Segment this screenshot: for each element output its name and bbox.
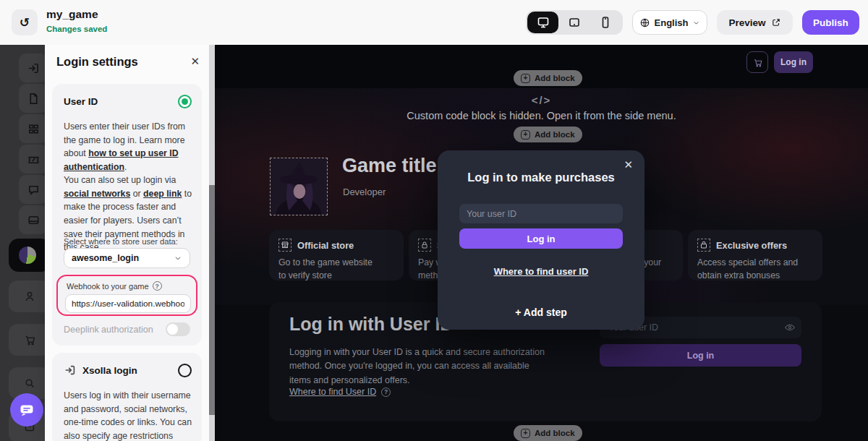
chat-fab-icon xyxy=(18,401,35,419)
user-id-description-1: Users enter their user IDs from the game… xyxy=(64,120,192,174)
preview-button[interactable]: Preview xyxy=(717,10,793,35)
add-block-button-mid[interactable]: + Add block xyxy=(514,127,582,142)
site-preview: Log in + Add block </> Custom code block… xyxy=(215,45,868,441)
deep-link-link[interactable]: deep link xyxy=(143,189,182,199)
eye-icon[interactable] xyxy=(784,322,796,333)
section-login-button[interactable]: Log in xyxy=(600,344,801,367)
plus-icon: + xyxy=(521,74,530,83)
add-block-button-bottom[interactable]: + Add block xyxy=(514,425,582,441)
workspace-card[interactable] xyxy=(9,239,45,272)
save-status: Changes saved xyxy=(46,25,107,33)
panel-title: Login settings xyxy=(56,55,138,69)
webhook-label-row: Webhook to your game ? xyxy=(67,281,162,291)
storage-select-value: awesome_login xyxy=(72,253,139,263)
sidebar-item-login[interactable] xyxy=(19,53,45,82)
modal-title: Log in to make purchases xyxy=(438,171,644,184)
modal-user-id-input[interactable] xyxy=(459,204,623,223)
chevron-down-icon xyxy=(692,19,700,27)
add-block-label: Add block xyxy=(535,130,575,139)
sidebar-item-comments[interactable] xyxy=(19,175,45,204)
support-chat-button[interactable] xyxy=(10,393,43,427)
sidebar-item-blocks[interactable] xyxy=(19,114,45,143)
bag-icon xyxy=(697,239,710,252)
panel-close-button[interactable]: ✕ xyxy=(190,55,200,68)
lock-icon xyxy=(418,239,431,252)
sidebar-item-coupons[interactable] xyxy=(19,145,45,174)
search-icon xyxy=(23,377,36,390)
webhook-highlight-box: Webhook to your game ? xyxy=(56,275,197,316)
language-select[interactable]: English xyxy=(632,10,707,35)
witch-artwork xyxy=(271,158,327,215)
webhook-label: Webhook to your game xyxy=(67,282,149,291)
deeplink-label: Deeplink authorization xyxy=(64,325,153,335)
device-desktop-button[interactable] xyxy=(527,12,558,33)
plus-icon: + xyxy=(521,429,530,438)
publish-button[interactable]: Publish xyxy=(802,10,859,35)
mobile-icon xyxy=(598,15,613,30)
user-id-option-title: User ID xyxy=(64,96,98,107)
description-text: You can also set up login via xyxy=(64,175,176,185)
desktop-icon xyxy=(536,15,550,30)
page-icon xyxy=(27,92,41,106)
language-label: English xyxy=(655,17,689,28)
preview-nav-login-button[interactable]: Log in xyxy=(774,51,813,73)
modal-close-icon[interactable]: ✕ xyxy=(624,158,633,171)
section-title: Log in with User ID xyxy=(289,314,453,335)
external-link-icon xyxy=(771,17,781,27)
link-text: Where to find User ID xyxy=(289,387,376,397)
add-block-label: Add block xyxy=(535,74,575,82)
chevron-down-icon xyxy=(174,254,182,262)
modal-login-button[interactable]: Log in xyxy=(459,228,623,249)
question-icon: ? xyxy=(381,388,391,397)
side-menu xyxy=(0,45,45,441)
add-block-button-top[interactable]: + Add block xyxy=(514,70,582,86)
social-networks-link[interactable]: social networks xyxy=(64,189,130,199)
storage-select[interactable]: awesome_login xyxy=(64,248,190,268)
scrollbar-thumb[interactable] xyxy=(209,185,215,415)
plus-icon: + xyxy=(521,130,530,140)
login-settings-panel: Login settings ✕ User ID Users enter the… xyxy=(45,45,209,441)
project-title: my_game xyxy=(46,8,98,21)
device-tablet-button[interactable] xyxy=(558,12,590,33)
add-step-button[interactable]: + Add step xyxy=(438,307,644,318)
feature-card-desc: Go to the game website to verify store xyxy=(278,256,394,283)
feature-card-desc: Access special offers and obtain extra b… xyxy=(697,256,813,283)
question-icon[interactable]: ? xyxy=(153,281,162,291)
webhook-input[interactable] xyxy=(65,294,191,313)
preview-cart-button[interactable] xyxy=(746,51,768,73)
sidebar-item-pages[interactable] xyxy=(19,84,45,113)
game-avatar[interactable] xyxy=(270,158,328,215)
description-text: . xyxy=(124,162,127,172)
deeplink-toggle[interactable] xyxy=(166,322,190,336)
modal-where-to-find-link[interactable]: Where to find user ID xyxy=(438,266,644,277)
sidebar-item-cart[interactable] xyxy=(9,324,45,356)
publish-label: Publish xyxy=(813,17,848,28)
user-id-radio[interactable] xyxy=(178,95,192,108)
blocks-grid-icon xyxy=(27,122,41,136)
where-to-find-user-id-link[interactable]: Where to find User ID ? xyxy=(289,387,391,397)
xsolla-login-icon xyxy=(64,364,77,377)
log-in-icon xyxy=(27,61,41,75)
person-icon xyxy=(23,290,36,303)
cart-icon xyxy=(752,57,763,68)
tablet-icon xyxy=(567,15,582,30)
user-id-option-card: User ID Users enter their user IDs from … xyxy=(52,84,202,346)
cart-icon xyxy=(23,333,36,346)
undo-button[interactable]: ↺ xyxy=(12,9,38,35)
panel-scrollbar[interactable] xyxy=(209,45,215,441)
custom-code-message: Custom code block is hidden. Open it fro… xyxy=(215,110,868,121)
device-toggle-group xyxy=(526,10,623,35)
banner-icon xyxy=(27,213,41,227)
device-mobile-button[interactable] xyxy=(590,12,621,33)
top-bar: ↺ my_game Changes saved English Preview … xyxy=(0,0,868,45)
description-text: or xyxy=(130,189,143,199)
sidebar-item-banner[interactable] xyxy=(19,205,45,234)
xsolla-login-radio[interactable] xyxy=(178,364,192,377)
feature-card-exclusive-offers: Exclusive offers Access special offers a… xyxy=(688,230,822,281)
preview-label: Preview xyxy=(728,17,765,28)
storage-select-label: Select where to store user data: xyxy=(64,237,178,246)
feature-card-official-store: Official store Go to the game website to… xyxy=(269,230,404,281)
sidebar-item-profile[interactable] xyxy=(9,281,45,312)
game-developer: Developer xyxy=(343,187,386,197)
section-description: Logging in with your User ID is a quick … xyxy=(289,346,545,388)
